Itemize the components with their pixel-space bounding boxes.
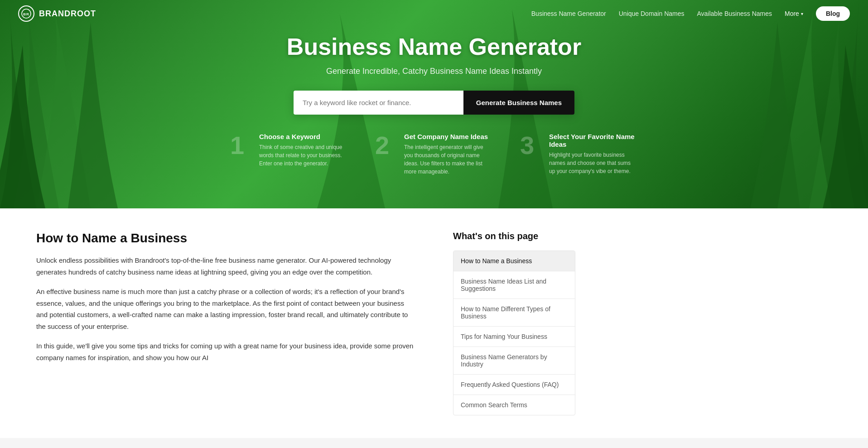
svg-text:BR: BR bbox=[23, 12, 29, 16]
toc-link-3[interactable]: Tips for Naming Your Business bbox=[453, 327, 575, 347]
steps-section: 1 Choose a Keyword Think of some creativ… bbox=[230, 133, 638, 176]
step-2-desc: The intelligent generator will give you … bbox=[404, 143, 493, 176]
toc-item: How to Name Different Types of Business bbox=[453, 299, 575, 327]
step-1-title: Choose a Keyword bbox=[259, 133, 348, 140]
step-1: 1 Choose a Keyword Think of some creativ… bbox=[230, 133, 348, 176]
toc-item: Frequently Asked Questions (FAQ) bbox=[453, 375, 575, 395]
step-3-content: Select Your Favorite Name Ideas Highligh… bbox=[549, 133, 638, 175]
header: BR BRANDROOT Business Name Generator Uni… bbox=[0, 0, 868, 27]
toc-link-6[interactable]: Common Search Terms bbox=[453, 395, 575, 415]
toc-item: Common Search Terms bbox=[453, 395, 575, 415]
article-paragraph-1: Unlock endless possibilities with Brandr… bbox=[36, 255, 417, 278]
nav-link-generator[interactable]: Business Name Generator bbox=[531, 10, 606, 17]
toc-link-2[interactable]: How to Name Different Types of Business bbox=[453, 299, 575, 326]
toc-link-5[interactable]: Frequently Asked Questions (FAQ) bbox=[453, 375, 575, 395]
nav-link-domains[interactable]: Unique Domain Names bbox=[619, 10, 685, 17]
nav-link-available[interactable]: Available Business Names bbox=[697, 10, 772, 17]
sidebar-title: What's on this page bbox=[453, 231, 575, 241]
step-2: 2 Get Company Name Ideas The intelligent… bbox=[375, 133, 493, 176]
toc-item: Business Name Generators by Industry bbox=[453, 347, 575, 375]
article-paragraph-2: An effective business name is much more … bbox=[36, 286, 417, 332]
logo[interactable]: BR BRANDROOT bbox=[18, 5, 96, 22]
toc-item: Business Name Ideas List and Suggestions bbox=[453, 271, 575, 299]
search-input[interactable] bbox=[294, 91, 463, 115]
step-3-number: 3 bbox=[520, 133, 543, 158]
toc-link-0[interactable]: How to Name a Business bbox=[453, 251, 575, 271]
chevron-down-icon: ▾ bbox=[801, 11, 803, 16]
step-3-title: Select Your Favorite Name Ideas bbox=[549, 133, 638, 148]
toc-list: How to Name a BusinessBusiness Name Idea… bbox=[453, 250, 575, 415]
toc-item: Tips for Naming Your Business bbox=[453, 327, 575, 347]
more-menu[interactable]: More ▾ bbox=[785, 10, 803, 17]
hero-content: Business Name Generator Generate Incredi… bbox=[0, 33, 868, 176]
toc-link-1[interactable]: Business Name Ideas List and Suggestions bbox=[453, 271, 575, 299]
hero-title: Business Name Generator bbox=[9, 33, 859, 60]
logo-text: BRANDROOT bbox=[39, 9, 96, 19]
step-2-content: Get Company Name Ideas The intelligent g… bbox=[404, 133, 493, 176]
main-nav: Business Name Generator Unique Domain Na… bbox=[531, 6, 850, 21]
blog-button[interactable]: Blog bbox=[816, 6, 850, 21]
article-paragraph-3: In this guide, we'll give you some tips … bbox=[36, 340, 417, 363]
article-section: How to Name a Business Unlock endless po… bbox=[0, 208, 444, 438]
step-3: 3 Select Your Favorite Name Ideas Highli… bbox=[520, 133, 638, 176]
step-2-title: Get Company Name Ideas bbox=[404, 133, 493, 140]
step-1-number: 1 bbox=[230, 133, 253, 158]
main-content: How to Name a Business Unlock endless po… bbox=[0, 208, 868, 438]
step-2-number: 2 bbox=[375, 133, 398, 158]
article-title: How to Name a Business bbox=[36, 231, 417, 246]
search-bar: Generate Business Names bbox=[294, 91, 574, 115]
toc-link-4[interactable]: Business Name Generators by Industry bbox=[453, 347, 575, 374]
sidebar: What's on this page How to Name a Busine… bbox=[444, 208, 589, 438]
more-label: More bbox=[785, 10, 799, 17]
step-1-content: Choose a Keyword Think of some creative … bbox=[259, 133, 348, 168]
hero-section: Business Name Generator Generate Incredi… bbox=[0, 0, 868, 208]
logo-icon: BR bbox=[18, 5, 34, 22]
hero-subtitle: Generate Incredible, Catchy Business Nam… bbox=[9, 67, 859, 76]
step-3-desc: Highlight your favorite business names a… bbox=[549, 151, 638, 175]
step-1-desc: Think of some creative and unique words … bbox=[259, 143, 348, 168]
toc-item: How to Name a Business bbox=[453, 251, 575, 271]
search-button[interactable]: Generate Business Names bbox=[463, 91, 574, 115]
